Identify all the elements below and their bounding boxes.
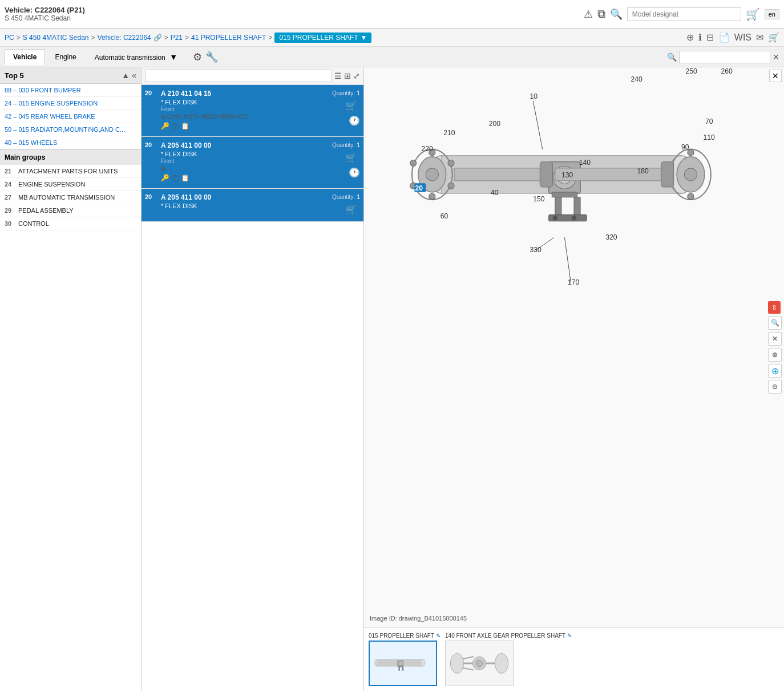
vehicle-code: Vehicle: C222064 (P21): [5, 6, 85, 14]
part-row[interactable]: 20 A 210 411 04 15 * FLEX DISK Front ⊞ C…: [142, 85, 363, 137]
top5-item[interactable]: 50 – 015 RADIATOR,MOUNTING,AND C...: [0, 123, 141, 136]
svg-point-57: [421, 659, 425, 667]
top5-header: Top 5 ▲ «: [0, 67, 141, 84]
tab-vehicle[interactable]: Vehicle: [5, 49, 45, 65]
add-to-cart-button[interactable]: 🛒: [342, 151, 360, 165]
svg-text:250: 250: [686, 67, 698, 75]
group-item[interactable]: 30 CONTROL: [0, 217, 141, 230]
part-code: A 205 411 00 00: [161, 193, 332, 201]
part-actions: Quantity: 1 🛒: [332, 193, 360, 217]
side-tool-number-btn[interactable]: 8: [768, 301, 781, 314]
top5-controls: ▲ «: [122, 71, 136, 80]
svg-point-9: [448, 160, 454, 166]
top5-title: Top 5: [5, 71, 24, 80]
tab-automatic-transmission[interactable]: Automatic transmission ▼: [86, 48, 186, 66]
svg-text:130: 130: [561, 171, 573, 179]
wis-icon[interactable]: WIS: [734, 33, 751, 43]
thumb-edit-icon[interactable]: ✎: [436, 633, 441, 639]
thumb-label: 140 FRONT AXLE GEAR PROPELLER SHAFT ✎: [445, 633, 572, 639]
transmission-tool-icon2[interactable]: 🔧: [205, 51, 218, 63]
side-tool-highlight-btn[interactable]: ⊕: [768, 364, 782, 378]
diagram-close-button[interactable]: ✕: [769, 70, 782, 82]
part-row[interactable]: 20 A 205 411 00 00 * FLEX DISK Front ⊞ .…: [142, 137, 363, 189]
tab-search-icon[interactable]: 🔍: [667, 52, 677, 62]
breadcrumb-dropdown-icon[interactable]: ▼: [360, 34, 367, 42]
document-icon[interactable]: 📄: [718, 32, 730, 43]
svg-line-44: [564, 237, 571, 283]
part-row[interactable]: 20 A 205 411 00 00 * FLEX DISK Quantity:…: [142, 189, 363, 222]
search-icon-header[interactable]: 🔍: [610, 8, 623, 21]
breadcrumb-pc[interactable]: PC: [5, 34, 14, 42]
top5-item[interactable]: 42 – 045 REAR WHEEL BRAKE: [0, 110, 141, 123]
group-item[interactable]: 21 ATTACHMENT PARTS FOR UNITS: [0, 165, 141, 178]
add-to-cart-button[interactable]: 🛒: [342, 99, 360, 113]
breadcrumb-p21[interactable]: P21: [171, 34, 183, 42]
breadcrumb-propeller[interactable]: 41 PROPELLER SHAFT: [191, 34, 266, 42]
info-circle-icon[interactable]: ⓘ: [172, 122, 179, 132]
tab-search-input[interactable]: [679, 51, 770, 63]
side-tool-zoom-out-btn[interactable]: ⊖: [768, 380, 782, 394]
group-item[interactable]: 27 MB AUTOMATIC TRANSMISSION: [0, 191, 141, 204]
alert-icon[interactable]: ⚠: [584, 8, 593, 21]
cart-icon-breadcrumb[interactable]: 🛒: [768, 32, 779, 43]
key-icon[interactable]: 🔑: [161, 122, 169, 132]
expand-view-btn[interactable]: ⤢: [353, 71, 360, 80]
image-id-label: Image ID: drawing_B41015000145: [370, 615, 467, 622]
parts-search-input[interactable]: [145, 70, 332, 82]
top5-item[interactable]: 24 – 015 ENGINE SUSPENSION: [0, 97, 141, 110]
side-tool-search-btn[interactable]: 🔍: [768, 316, 782, 330]
doc-icon[interactable]: 📋: [181, 174, 189, 184]
breadcrumb-model[interactable]: S 450 4MATIC Sedan: [23, 34, 89, 42]
tab-search-close[interactable]: ✕: [773, 52, 779, 62]
svg-point-65: [495, 653, 508, 673]
language-button[interactable]: en: [765, 9, 779, 19]
zoom-in-icon[interactable]: ⊕: [686, 32, 694, 43]
top5-item[interactable]: 88 – 030 FRONT BUMPER: [0, 84, 141, 97]
thumbnail-image-1[interactable]: [369, 641, 437, 686]
thumb-edit-icon[interactable]: ✎: [567, 633, 572, 639]
svg-point-25: [572, 216, 577, 221]
side-tool-x-btn[interactable]: ✕: [768, 332, 782, 346]
part-details: A 210 411 04 15 * FLEX DISK Front ⊞ Code…: [161, 90, 332, 132]
copy-icon[interactable]: ⧉: [597, 7, 605, 21]
part-details: A 205 411 00 00 * FLEX DISK Front ⊞ ... …: [161, 141, 332, 184]
mail-icon[interactable]: ✉: [756, 32, 763, 43]
part-desc: * FLEX DISK: [161, 202, 332, 209]
grid-view-btn[interactable]: ⊞: [344, 71, 351, 80]
part-code-info: ⊞ Code: M276+M002+M005+427;: [161, 114, 332, 120]
thumbnail-group: 015 PROPELLER SHAFT ✎: [369, 633, 441, 686]
filter-icon[interactable]: ⊟: [706, 32, 714, 43]
group-item[interactable]: 29 PEDAL ASSEMBLY: [0, 204, 141, 217]
svg-text:180: 180: [637, 167, 649, 175]
doc-icon[interactable]: 📋: [181, 122, 189, 132]
svg-text:10: 10: [530, 92, 538, 100]
svg-rect-26: [454, 168, 543, 181]
top5-collapse-btn[interactable]: ▲: [122, 71, 130, 80]
svg-point-7: [429, 193, 435, 200]
top5-expand-btn[interactable]: «: [132, 71, 136, 80]
part-action-icons: 🔑 ⓘ 📋: [161, 174, 332, 184]
thumbnails-panel: 015 PROPELLER SHAFT ✎: [364, 627, 784, 691]
key-icon[interactable]: 🔑: [161, 174, 169, 184]
list-view-btn[interactable]: ☰: [334, 71, 342, 80]
cart-icon-header[interactable]: 🛒: [746, 7, 760, 21]
info-circle-icon[interactable]: ⓘ: [172, 174, 179, 184]
vehicle-link-icon[interactable]: 🔗: [153, 34, 162, 42]
part-actions: Quantity: 1 🛒 🕐: [332, 141, 360, 184]
breadcrumb-vehicle[interactable]: Vehicle: C222064: [98, 34, 151, 42]
add-to-cart-button[interactable]: 🛒: [342, 202, 360, 217]
thumbnail-image-2[interactable]: [445, 641, 514, 686]
group-item[interactable]: 24 ENGINE SUSPENSION: [0, 178, 141, 191]
history-button[interactable]: 🕐: [349, 115, 360, 126]
breadcrumb-current[interactable]: 015 PROPELLER SHAFT ▼: [274, 33, 371, 43]
transmission-tool-icon1[interactable]: ⚙: [193, 51, 202, 63]
part-sub: Front: [161, 158, 332, 164]
side-tool-zoom-in-btn[interactable]: ⊕: [768, 348, 782, 362]
svg-point-5: [426, 168, 438, 181]
top5-item[interactable]: 40 – 015 WHEELS: [0, 136, 141, 149]
tab-transmission-dropdown-icon[interactable]: ▼: [169, 52, 177, 62]
tab-engine[interactable]: Engine: [46, 49, 84, 65]
history-button[interactable]: 🕐: [349, 167, 360, 178]
info-icon[interactable]: ℹ: [698, 32, 702, 43]
model-search-input[interactable]: [627, 7, 741, 21]
